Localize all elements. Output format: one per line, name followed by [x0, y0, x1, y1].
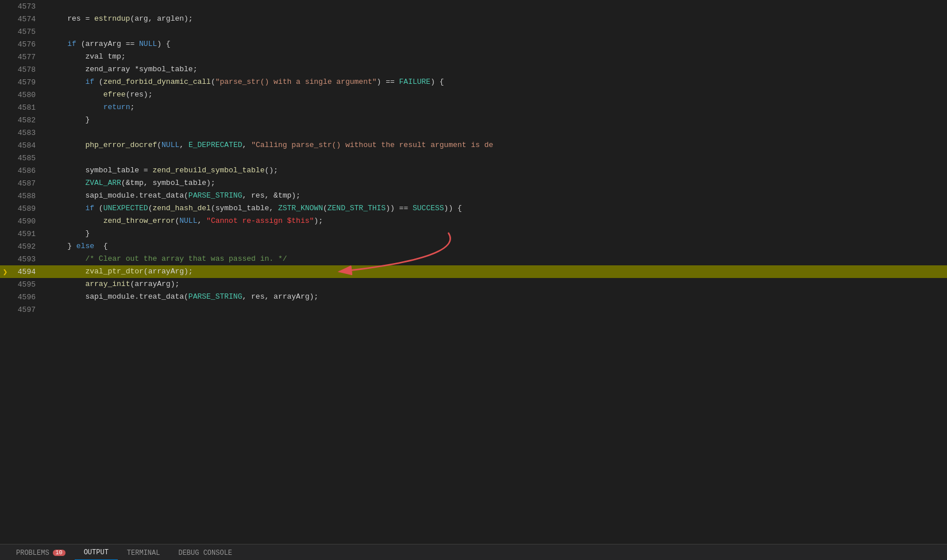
code-line: 4577 zval tmp; — [0, 51, 947, 63]
breakpoint-arrow: ❯ — [3, 267, 7, 277]
line-number: 4584 — [10, 141, 45, 150]
line-number: 4586 — [10, 167, 45, 175]
line-number: 4581 — [10, 103, 45, 112]
code-editor[interactable]: 45734574 res = estrndup(arg, arglen);457… — [0, 0, 947, 544]
line-number: 4593 — [10, 255, 45, 264]
code-line: 4581 return; — [0, 101, 947, 114]
code-content: } — [45, 114, 90, 126]
code-content: php_error_docref(NULL, E_DEPRECATED, "Ca… — [45, 139, 493, 152]
code-content: if (zend_forbid_dynamic_call("parse_str(… — [45, 76, 444, 88]
code-line: 4596 sapi_module.treat_data(PARSE_STRING… — [0, 291, 947, 303]
code-content: zend_array *symbol_table; — [45, 63, 197, 76]
code-content: /* Clear out the array that was passed i… — [45, 253, 287, 265]
tab-debug-console[interactable]: DEBUG CONSOLE — [169, 544, 241, 561]
line-number: 4580 — [10, 91, 45, 99]
breakpoint-area: ❯ — [0, 267, 10, 277]
code-line: 4583 — [0, 126, 947, 139]
tab-label-problems: PROBLEMS — [16, 549, 49, 557]
code-content: res = estrndup(arg, arglen); — [45, 13, 193, 25]
code-content: ZVAL_ARR(&tmp, symbol_table); — [45, 177, 215, 190]
code-line: 4582 } — [0, 114, 947, 126]
line-number: 4575 — [10, 28, 45, 36]
code-content: zval tmp; — [45, 51, 126, 63]
line-number: 4585 — [10, 154, 45, 163]
code-line: 4590 zend_throw_error(NULL, "Cannot re-a… — [0, 215, 947, 227]
code-line: 4586 symbol_table = zend_rebuild_symbol_… — [0, 164, 947, 177]
code-content: sapi_module.treat_data(PARSE_STRING, res… — [45, 291, 318, 303]
code-line: 4587 ZVAL_ARR(&tmp, symbol_table); — [0, 177, 947, 190]
line-number: 4592 — [10, 242, 45, 251]
code-line: 4591 } — [0, 227, 947, 240]
line-number: 4596 — [10, 293, 45, 302]
line-number: 4587 — [10, 179, 45, 188]
line-number: 4589 — [10, 204, 45, 213]
code-content: zval_ptr_dtor(arrayArg); — [45, 265, 193, 278]
code-content: return; — [45, 101, 134, 114]
code-content: zend_throw_error(NULL, "Cannot re-assign… — [45, 215, 323, 227]
code-line: 4575 — [0, 25, 947, 38]
code-line: 4574 res = estrndup(arg, arglen); — [0, 13, 947, 25]
code-line: 4579 if (zend_forbid_dynamic_call("parse… — [0, 76, 947, 88]
line-number: 4582 — [10, 116, 45, 125]
line-number: 4578 — [10, 65, 45, 74]
line-number: 4590 — [10, 217, 45, 226]
code-content: if (UNEXPECTED(zend_hash_del(symbol_tabl… — [45, 202, 462, 215]
code-content: } else { — [45, 240, 107, 253]
line-number: 4588 — [10, 192, 45, 200]
code-line: 4595 array_init(arrayArg); — [0, 278, 947, 291]
code-line: 4584 php_error_docref(NULL, E_DEPRECATED… — [0, 139, 947, 152]
code-content: } — [45, 227, 90, 240]
code-line: 4585 — [0, 152, 947, 164]
line-number: 4574 — [10, 15, 45, 24]
line-number: 4597 — [10, 306, 45, 314]
code-line: 4578 zend_array *symbol_table; — [0, 63, 947, 76]
line-number: 4594 — [10, 268, 45, 276]
status-bar: PROBLEMS10OUTPUTTERMINALDEBUG CONSOLE — [0, 544, 947, 560]
line-number: 4595 — [10, 280, 45, 289]
tab-label-debug-console: DEBUG CONSOLE — [178, 549, 232, 557]
tab-terminal[interactable]: TERMINAL — [118, 544, 170, 561]
code-content: symbol_table = zend_rebuild_symbol_table… — [45, 164, 278, 177]
tab-label-output: OUTPUT — [84, 549, 109, 557]
tab-badge-problems: 10 — [53, 550, 66, 556]
tab-output[interactable]: OUTPUT — [75, 544, 118, 561]
code-line: 4593 /* Clear out the array that was pas… — [0, 253, 947, 265]
line-number: 4573 — [10, 2, 45, 11]
line-number: 4579 — [10, 78, 45, 87]
code-line: 4592 } else { — [0, 240, 947, 253]
code-line: ❯4594 zval_ptr_dtor(arrayArg); — [0, 265, 947, 278]
line-number: 4576 — [10, 40, 45, 49]
tab-label-terminal: TERMINAL — [127, 549, 160, 557]
code-content: efree(res); — [45, 88, 152, 101]
tab-problems[interactable]: PROBLEMS10 — [7, 544, 75, 561]
code-line: 4576 if (arrayArg == NULL) { — [0, 38, 947, 51]
code-line: 4597 — [0, 303, 947, 316]
code-content: array_init(arrayArg); — [45, 278, 179, 291]
line-number: 4583 — [10, 129, 45, 137]
line-number: 4591 — [10, 230, 45, 238]
code-content: sapi_module.treat_data(PARSE_STRING, res… — [45, 190, 301, 202]
code-line: 4580 efree(res); — [0, 88, 947, 101]
code-content: if (arrayArg == NULL) { — [45, 38, 171, 51]
code-line: 4588 sapi_module.treat_data(PARSE_STRING… — [0, 190, 947, 202]
code-line: 4573 — [0, 0, 947, 13]
line-number: 4577 — [10, 53, 45, 61]
code-line: 4589 if (UNEXPECTED(zend_hash_del(symbol… — [0, 202, 947, 215]
